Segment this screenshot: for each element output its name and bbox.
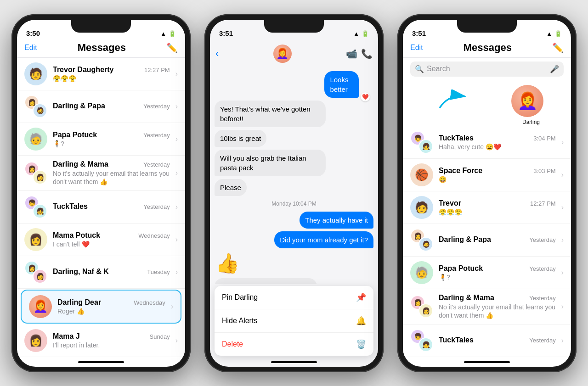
contact-name: Trevor — [439, 199, 461, 207]
message-list-3: 👦 👧 TuckTales 3:04 PM Haha, very cute 😄❤… — [403, 126, 571, 358]
delete-item[interactable]: Delete 🗑️ — [215, 333, 373, 356]
list-item[interactable]: 👩 🧔 Darling & Papa Yesterday › — [17, 90, 185, 123]
delete-label: Delete — [222, 340, 243, 348]
list-item[interactable]: 👩 👩 Darling & Mama Yesterday No it's act… — [17, 156, 185, 191]
msg-time: Yesterday — [529, 236, 555, 243]
search-placeholder: Search — [427, 65, 547, 73]
list-item[interactable]: 🧓 Papa Potuck Yesterday 🧍? › — [17, 123, 185, 156]
msg-preview: Haha, very cute 😄❤️ — [439, 143, 556, 151]
list-item[interactable]: 👦 👧 TuckTales Yesterday › — [17, 191, 185, 224]
list-item[interactable]: 👩 Mama J Sunday I'll report in later. › — [17, 324, 185, 357]
message-bubble-wrap: Did your mom already get it? — [215, 231, 373, 248]
avatar: 🧓 — [24, 128, 47, 151]
phone-1: 3:50 ▲ 🔋 Edit Messages ✏️ 🧑 Trevor Daugh… — [11, 14, 191, 372]
list-item[interactable]: 👦 👧 TuckTales 3:04 PM Haha, very cute 😄❤… — [403, 126, 571, 159]
msg-content: Trevor Daugherty 12:27 PM 😤😤😤 — [53, 66, 170, 82]
msg-content: Darling, Naf & K Tuesday — [53, 268, 170, 277]
edit-button-3[interactable]: Edit — [410, 44, 423, 52]
msg-time: Yesterday — [529, 265, 555, 272]
reaction: ❤️ — [361, 92, 370, 101]
messages-title-3: Messages — [423, 42, 552, 54]
avatar: 🧓 — [410, 261, 433, 284]
edit-button-1[interactable]: Edit — [24, 44, 37, 52]
notch-1 — [71, 20, 131, 33]
status-icons-1: ▲ 🔋 — [160, 30, 176, 37]
chevron-icon: › — [171, 302, 173, 311]
msg-time: Yesterday — [143, 203, 170, 210]
messages-title-1: Messages — [37, 42, 166, 54]
chat-bubble: Yes! That's what we've gotten before!! — [215, 101, 326, 127]
msg-content: Darling & Papa Yesterday — [53, 102, 170, 111]
message-bubble-wrap: 10lbs is great — [215, 130, 373, 147]
msg-time: Sunday — [150, 333, 170, 340]
chevron-icon: › — [175, 102, 178, 111]
list-item[interactable]: 👩 🧔 Darling & Papa Yesterday › — [403, 224, 571, 257]
compose-button-1[interactable]: ✏️ — [166, 42, 178, 53]
chevron-icon: › — [175, 135, 178, 143]
msg-preview: I'll report in later. — [53, 341, 170, 349]
contact-name: Space Force — [439, 167, 482, 175]
battery-icon: 🔋 — [554, 30, 562, 37]
message-bubble-wrap: 👍 — [215, 251, 373, 275]
contact-name: Darling & Papa — [439, 235, 491, 244]
pinned-avatar: 👩‍🦰 — [511, 85, 543, 117]
message-bubble-wrap: Will you also grab the Italian pasta pac… — [215, 150, 373, 176]
list-item[interactable]: 🧑 Trevor 12:27 PM 😤😤😤 › — [403, 191, 571, 224]
hide-alerts-item[interactable]: Hide Alerts 🔔 — [215, 309, 373, 333]
phone-call-icon[interactable]: 📞 — [361, 48, 373, 59]
message-bubble-wrap: Yes! That's what we've gotten before!! — [215, 101, 373, 127]
avatar-group: 👦 👧 — [410, 329, 433, 352]
contact-name: Darling & Papa — [53, 102, 105, 110]
avatar: 👩‍🦰 — [29, 295, 52, 318]
msg-preview: 🧍? — [439, 274, 556, 281]
list-item[interactable]: 👩 👩 Darling, Naf & K Tuesday › — [17, 256, 185, 289]
compose-button-3[interactable]: ✏️ — [552, 42, 564, 53]
msg-time: Tuesday — [147, 269, 170, 275]
list-item[interactable]: 👩 👩 Darling & Mama Yesterday No it's act… — [403, 289, 571, 324]
msg-time: Yesterday — [143, 132, 170, 139]
list-item[interactable]: 🏀 Space Force 3:03 PM 😄 › — [403, 159, 571, 191]
pin-icon: 📌 — [356, 292, 366, 302]
chat-messages: Looks better ❤️ Yes! That's what we've g… — [210, 67, 378, 284]
msg-content: Papa Potuck Yesterday 🧍? — [53, 131, 170, 147]
msg-preview: 😤😤😤 — [439, 208, 556, 216]
msg-preview: I can't tell ❤️ — [53, 241, 170, 248]
search-icon: 🔍 — [415, 65, 424, 73]
chevron-icon: › — [561, 336, 564, 345]
video-call-icon[interactable]: 📹 — [346, 48, 357, 59]
list-item[interactable]: 🧑 Trevor Daugherty 12:27 PM 😤😤😤 › — [17, 58, 185, 90]
status-icons-3: ▲ 🔋 — [546, 30, 562, 37]
home-indicator — [271, 361, 317, 363]
msg-time: 3:03 PM — [533, 168, 555, 174]
msg-content: Mama J Sunday I'll report in later. — [53, 332, 170, 349]
message-bubble-wrap: Looks better ❤️ — [215, 71, 373, 98]
time-divider: Monday 10:04 PM — [215, 201, 373, 207]
search-bar[interactable]: 🔍 Search 🎤 — [410, 62, 564, 77]
pinned-contact-name: Darling — [522, 119, 540, 125]
msg-time: Wednesday — [134, 299, 165, 306]
status-icons-2: ▲ 🔋 — [353, 30, 369, 37]
msg-time: Yesterday — [143, 161, 170, 168]
chevron-icon: › — [561, 171, 564, 179]
list-item[interactable]: 👦 👧 TuckTales Yesterday › — [403, 324, 571, 357]
context-menu: Pin Darling 📌 Hide Alerts 🔔 Delete 🗑️ — [215, 286, 373, 356]
msg-preview: 😤😤😤 — [53, 75, 170, 82]
avatar-group: 👩 🧔 — [410, 229, 433, 252]
msg-time: 12:27 PM — [530, 200, 556, 207]
list-item[interactable]: 👩 Mama Potuck Wednesday I can't tell ❤️ … — [17, 224, 185, 256]
home-indicator — [78, 361, 124, 363]
message-bubble-wrap: Please — [215, 179, 373, 196]
msg-preview: No it's actually your email that learns … — [439, 303, 556, 319]
back-button[interactable]: ‹ — [215, 48, 219, 60]
msg-content: Papa Potuck Yesterday 🧍? — [439, 264, 556, 281]
msg-preview: 🧍? — [53, 140, 170, 147]
wifi-icon: ▲ — [546, 30, 552, 37]
msg-content: TuckTales Yesterday — [53, 202, 170, 212]
msg-preview: No it's actually your email that learns … — [53, 169, 170, 186]
list-item-selected[interactable]: 👩‍🦰 Darling Dear Wednesday Roger 👍 › — [21, 290, 181, 324]
msg-preview: Roger 👍 — [57, 308, 165, 315]
list-item[interactable]: 🧓 Papa Potuck Yesterday 🧍? › — [403, 257, 571, 289]
contact-name: TuckTales — [53, 202, 88, 211]
pin-darling-item[interactable]: Pin Darling 📌 — [215, 286, 373, 309]
chat-bubble: 10lbs is great — [215, 130, 266, 147]
